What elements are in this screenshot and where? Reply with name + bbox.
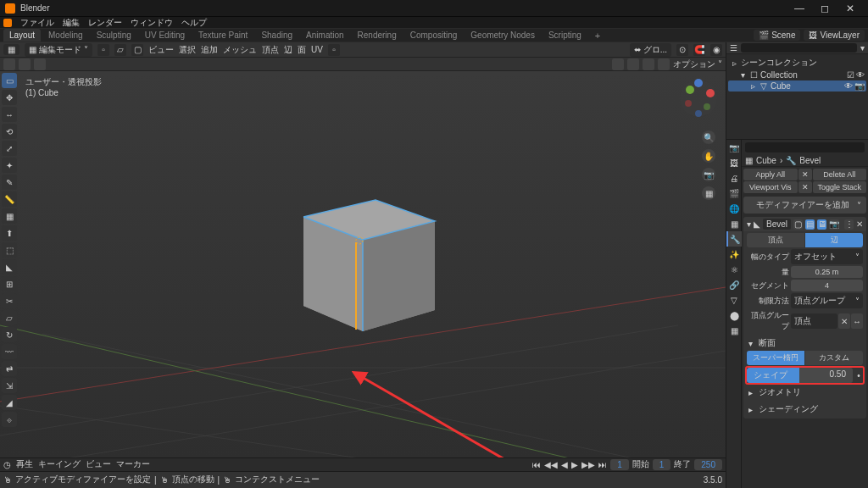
tool-loopcut[interactable]: ⊞ — [2, 276, 17, 291]
vgroup-dropdown[interactable]: 頂点 — [791, 313, 837, 329]
3d-viewport[interactable]: ▭ ✥ ↔ ⟲ ⤢ ✦ ✎ 📏 ▦ ⬆ ⬚ ◣ ⊞ ✂ ▱ ↻ 〰 ⇄ ⇲ ◢ — [0, 71, 726, 458]
tab-layout[interactable]: Layout — [3, 29, 41, 42]
vgroup-invert-icon[interactable]: ↔ — [851, 313, 863, 329]
tool-measure[interactable]: 📏 — [2, 191, 17, 207]
scene-selector[interactable]: 🎬 Scene — [754, 30, 800, 41]
face-select-icon[interactable]: ▢ — [131, 44, 143, 56]
eye-icon[interactable]: 👁 — [844, 81, 853, 91]
cage-icon[interactable]: ▢ — [793, 219, 803, 230]
shading-rendered-icon[interactable] — [658, 58, 670, 70]
jump-end-icon[interactable]: ⏭ — [598, 460, 607, 469]
scene-collection-row[interactable]: ▹ シーンコレクション — [728, 56, 866, 69]
anim-dot-icon[interactable]: • — [854, 371, 863, 380]
outliner-search[interactable] — [741, 43, 857, 53]
pivot-icon[interactable]: ⊙ — [676, 44, 688, 56]
ptab-object[interactable]: ▦ — [726, 216, 742, 231]
ptab-constraints[interactable]: 🔗 — [726, 277, 742, 292]
snap-icon[interactable]: 🧲 — [693, 44, 705, 56]
proportional-icon[interactable]: ◉ — [710, 44, 722, 56]
tab-scripting[interactable]: Scripting — [542, 29, 587, 42]
disable-icon[interactable]: 📷 — [854, 81, 865, 91]
uv-sync-icon[interactable]: ▫ — [328, 44, 340, 56]
tl-menu-keying[interactable]: キーイング — [38, 458, 81, 470]
tool-move[interactable]: ↔ — [2, 107, 17, 122]
maximize-button[interactable]: ◻ — [812, 3, 837, 14]
ptab-particles[interactable]: ✨ — [726, 247, 742, 262]
shading-section-toggle[interactable]: ▸ シェーディング — [747, 402, 863, 417]
tool-extrude[interactable]: ⬆ — [2, 225, 17, 241]
ptab-scene[interactable]: 🎬 — [726, 186, 742, 201]
tool-annotate[interactable]: ✎ — [2, 175, 17, 190]
vp-menu-vertex[interactable]: 頂点 — [262, 44, 279, 56]
apply-all-button[interactable]: Apply All — [743, 169, 798, 180]
tool-bevel[interactable]: ◣ — [2, 259, 17, 274]
tool-inset[interactable]: ⬚ — [2, 242, 17, 258]
profile-custom[interactable]: カスタム — [805, 351, 863, 365]
tool-cursor[interactable]: ✥ — [2, 90, 17, 105]
tool-shrink[interactable]: ⇲ — [2, 378, 17, 393]
menu-window[interactable]: ウィンドウ — [131, 17, 173, 29]
props-search[interactable] — [745, 142, 865, 152]
cube-row[interactable]: ▹ ▽ Cube 👁📷 — [728, 80, 866, 92]
overlay-toggle-icon[interactable] — [19, 58, 31, 70]
mode-selector[interactable]: ▦ 編集モード ˅ — [25, 43, 92, 57]
extras-icon[interactable]: ⋮ — [844, 219, 854, 230]
amount-field[interactable]: 0.25 m — [791, 266, 863, 278]
delete-all-button[interactable]: Delete All — [813, 169, 867, 180]
play-icon[interactable]: ▶ — [571, 460, 578, 469]
tab-animation[interactable]: Animation — [300, 29, 349, 42]
close-icon[interactable]: ✕ — [798, 181, 812, 193]
tool-select[interactable]: ▭ — [2, 73, 17, 88]
shading-matprev-icon[interactable] — [643, 58, 654, 70]
tool-polybuild[interactable]: ▱ — [2, 310, 17, 325]
tool-knife[interactable]: ✂ — [2, 293, 17, 308]
ptab-render[interactable]: 📷 — [726, 140, 742, 155]
profile-super[interactable]: スーパー楕円 — [747, 351, 804, 365]
menu-file[interactable]: ファイル — [20, 17, 54, 29]
options-dropdown[interactable]: オプション ˅ — [673, 58, 722, 70]
bc-cube[interactable]: Cube — [756, 156, 776, 165]
toggle-stack-button[interactable]: Toggle Stack — [813, 181, 867, 193]
vp-menu-mesh[interactable]: メッシュ — [223, 44, 257, 56]
vp-menu-view[interactable]: ビュー — [148, 44, 174, 56]
prev-key-icon[interactable]: ◀◀ — [544, 460, 558, 469]
bc-bevel[interactable]: Bevel — [799, 156, 821, 165]
vp-menu-face[interactable]: 面 — [298, 44, 306, 56]
current-frame[interactable]: 1 — [610, 459, 629, 470]
exclude-icon[interactable]: ☑ — [847, 70, 854, 80]
add-workspace-button[interactable]: + — [589, 29, 606, 42]
tl-menu-play[interactable]: 再生 — [16, 458, 33, 470]
vp-menu-uv[interactable]: UV — [311, 45, 323, 54]
ptab-output[interactable]: 🖼 — [726, 155, 742, 170]
persp-icon[interactable]: ▦ — [702, 186, 715, 200]
play-rev-icon[interactable]: ◀ — [561, 460, 568, 469]
delete-modifier-icon[interactable]: ✕ — [856, 219, 863, 229]
vgroup-clear-icon[interactable]: ✕ — [838, 313, 850, 329]
close-icon[interactable]: ✕ — [798, 169, 812, 180]
shading-solid-icon[interactable] — [627, 58, 639, 70]
end-frame[interactable]: 250 — [694, 459, 722, 470]
profile-section-toggle[interactable]: ▾ 断面 — [747, 336, 863, 351]
vp-menu-select[interactable]: 選択 — [179, 44, 196, 56]
tl-menu-marker[interactable]: マーカー — [116, 458, 150, 470]
minimize-button[interactable]: — — [787, 3, 812, 14]
nav-gizmo[interactable] — [678, 78, 719, 119]
close-button[interactable]: ✕ — [837, 3, 863, 14]
ptab-physics[interactable]: ⚛ — [726, 262, 742, 277]
realtime-icon[interactable]: 🖥 — [817, 219, 826, 230]
gizmo-toggle-icon[interactable] — [3, 58, 15, 70]
segments-field[interactable]: 4 — [791, 280, 863, 291]
tool-edgeslide[interactable]: ⇄ — [2, 361, 17, 376]
editmode-icon[interactable]: ▤ — [805, 219, 815, 230]
chevron-down-icon[interactable]: ▾ — [747, 219, 751, 229]
filter-icon[interactable]: ▾ — [860, 43, 865, 53]
tool-smooth[interactable]: 〰 — [2, 344, 17, 359]
vp-menu-add[interactable]: 追加 — [201, 44, 218, 56]
tool-scale[interactable]: ⤢ — [2, 141, 17, 156]
tab-compositing[interactable]: Compositing — [404, 29, 464, 42]
ptab-data[interactable]: ▽ — [726, 292, 742, 308]
tl-editor-icon[interactable]: ◷ — [3, 460, 11, 469]
vp-menu-edge[interactable]: 辺 — [284, 44, 292, 56]
camera-icon[interactable]: 📷 — [702, 168, 715, 181]
orientation-selector[interactable]: ⬌ グロ... — [630, 43, 671, 57]
